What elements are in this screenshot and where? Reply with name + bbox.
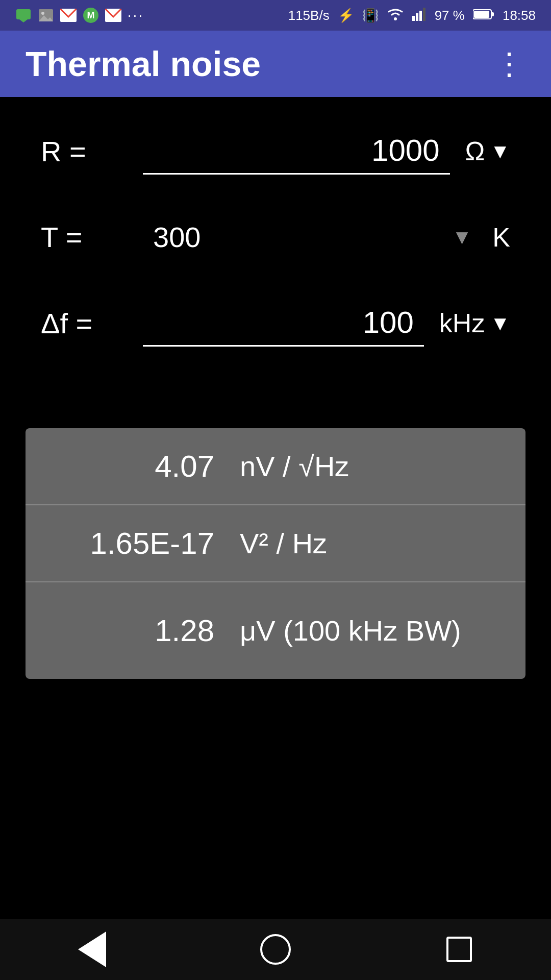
svg-rect-0: [16, 9, 31, 19]
more-dots-icon: ···: [128, 7, 144, 23]
wifi-icon: [387, 7, 404, 24]
circle-m-icon: M: [83, 7, 99, 23]
status-icons: M ···: [15, 7, 144, 23]
status-right: 115B/s ⚡ 📳 97 % 18:58: [288, 7, 536, 24]
bandwidth-label: Δf =: [41, 307, 143, 340]
temperature-input-container: 300 ▼: [143, 215, 477, 259]
signal-icon: [412, 7, 427, 24]
svg-point-3: [41, 12, 44, 15]
bluetooth-icon: ⚡: [338, 8, 354, 23]
vibrate-icon: 📳: [362, 8, 379, 23]
result-unit-1: V² / Hz: [240, 527, 327, 560]
app-title: Thermal noise: [26, 44, 261, 84]
result-value-2: 1.28: [51, 613, 214, 648]
nav-bar: [0, 919, 551, 980]
message-icon: [15, 7, 32, 23]
result-row-1: 1.65E-17 V² / Hz: [26, 505, 525, 582]
resistance-unit-container: Ω ▼: [465, 136, 510, 166]
bandwidth-input[interactable]: [143, 300, 424, 347]
network-speed: 115B/s: [288, 8, 330, 23]
svg-rect-13: [423, 8, 425, 21]
back-icon: [78, 932, 106, 967]
result-unit-0: nV / √Hz: [240, 450, 349, 483]
results-container: 4.07 nV / √Hz 1.65E-17 V² / Hz 1.28 μV (…: [26, 428, 525, 679]
bandwidth-dropdown-arrow[interactable]: ▼: [490, 312, 510, 335]
temperature-unit-container: K: [492, 222, 510, 253]
result-value-0: 4.07: [51, 449, 214, 484]
svg-rect-12: [419, 11, 422, 21]
more-menu-button[interactable]: ⋮: [494, 46, 525, 82]
temperature-unit: K: [492, 222, 510, 253]
svg-rect-10: [412, 16, 415, 21]
svg-marker-1: [19, 19, 28, 22]
temperature-row: T = 300 ▼ K: [41, 215, 510, 259]
battery-percent: 97 %: [435, 8, 465, 23]
svg-rect-11: [416, 13, 418, 21]
battery-icon: [473, 8, 494, 23]
bandwidth-input-container: [143, 300, 424, 347]
result-row-2: 1.28 μV (100 kHz BW): [26, 582, 525, 679]
resistance-row: R = Ω ▼: [41, 128, 510, 175]
gmail2-icon: [105, 7, 121, 23]
temperature-dropdown-arrow[interactable]: ▼: [452, 226, 472, 249]
back-button[interactable]: [71, 929, 112, 970]
recents-button[interactable]: [439, 929, 480, 970]
main-content: R = Ω ▼ T = 300 ▼ K Δf = kHz ▼: [0, 97, 551, 408]
resistance-input[interactable]: [143, 128, 450, 175]
bandwidth-unit-container: kHz ▼: [439, 308, 510, 338]
home-icon: [260, 934, 291, 965]
temperature-value[interactable]: 300: [143, 215, 452, 259]
svg-text:M: M: [87, 10, 95, 20]
app-bar: Thermal noise ⋮: [0, 31, 551, 97]
temperature-label: T =: [41, 220, 143, 254]
image-icon: [38, 7, 54, 23]
result-row-0: 4.07 nV / √Hz: [26, 428, 525, 505]
home-button[interactable]: [255, 929, 296, 970]
result-unit-2: μV (100 kHz BW): [240, 614, 461, 647]
status-bar: M ··· 115B/s ⚡ 📳 97 % 18:58: [0, 0, 551, 31]
svg-rect-15: [474, 11, 489, 18]
recents-icon: [446, 937, 472, 962]
resistance-dropdown-arrow[interactable]: ▼: [490, 140, 510, 163]
resistance-label: R =: [41, 135, 143, 168]
gmail-icon: [60, 7, 77, 23]
svg-rect-16: [491, 12, 494, 16]
resistance-unit: Ω: [465, 136, 485, 166]
resistance-input-container: [143, 128, 450, 175]
time-display: 18:58: [503, 8, 536, 23]
svg-point-9: [394, 17, 397, 20]
bandwidth-row: Δf = kHz ▼: [41, 300, 510, 347]
result-value-1: 1.65E-17: [51, 526, 214, 561]
bandwidth-unit: kHz: [439, 308, 485, 338]
